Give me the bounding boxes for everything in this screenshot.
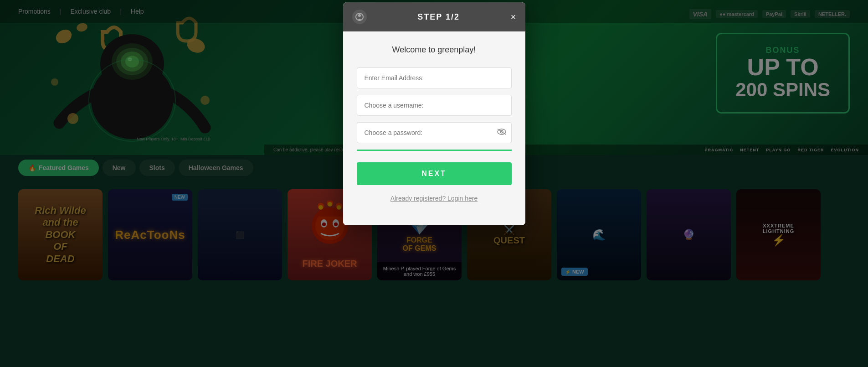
login-link[interactable]: Already registered? Login here xyxy=(390,195,478,202)
modal-header: STEP 1/2 × xyxy=(343,2,525,31)
svg-point-27 xyxy=(358,14,361,17)
password-visibility-toggle[interactable] xyxy=(497,129,506,137)
username-input[interactable] xyxy=(357,95,512,116)
modal-welcome-text: Welcome to greenplay! xyxy=(357,45,512,55)
modal-step-label: STEP 1/2 xyxy=(367,12,511,22)
modal-overlay: STEP 1/2 × Welcome to greenplay! xyxy=(0,0,868,367)
next-button[interactable]: NEXT xyxy=(357,162,512,185)
modal-logo-icon xyxy=(352,10,367,24)
email-input[interactable] xyxy=(357,67,512,88)
password-input[interactable] xyxy=(357,122,512,143)
login-link-container: Already registered? Login here xyxy=(357,194,512,216)
modal-body: Welcome to greenplay! NEXT xyxy=(343,31,525,225)
green-divider xyxy=(357,150,512,151)
registration-modal: STEP 1/2 × Welcome to greenplay! xyxy=(343,2,525,225)
email-input-group xyxy=(357,67,512,88)
username-input-group xyxy=(357,95,512,116)
password-input-group xyxy=(357,122,512,143)
modal-close-button[interactable]: × xyxy=(511,12,516,21)
